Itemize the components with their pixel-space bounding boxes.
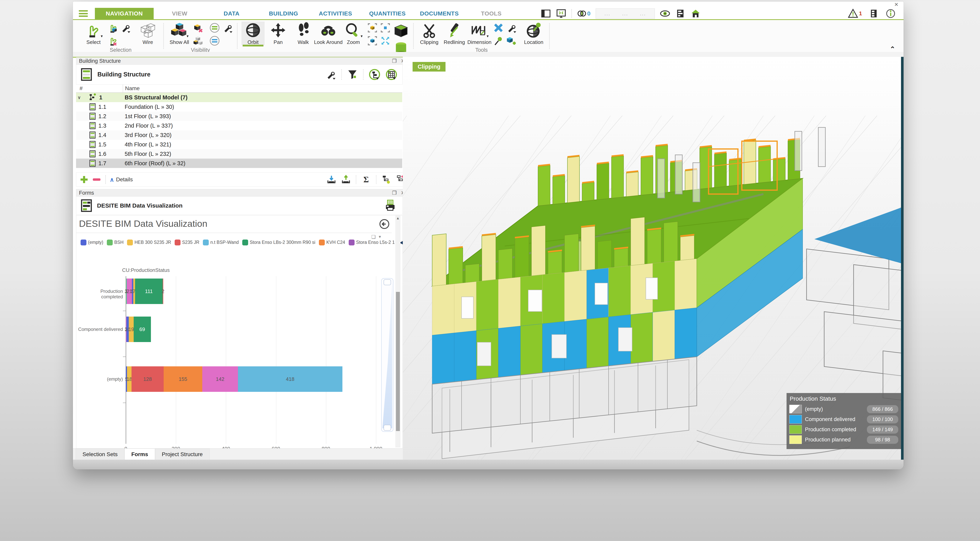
caret-down-icon[interactable]: ▾: [379, 234, 381, 240]
tool-select-button[interactable]: ▾ Select: [82, 22, 105, 45]
sum-icon[interactable]: Σ: [361, 175, 371, 184]
tool-show-all-button[interactable]: ▾ Show All: [168, 22, 191, 45]
bar-segment[interactable]: 128: [132, 366, 164, 392]
bar-segment[interactable]: 418: [238, 366, 342, 392]
link-rings-icon[interactable]: [577, 8, 587, 19]
filter-icon[interactable]: [347, 69, 358, 80]
bar-segment[interactable]: 69: [134, 317, 151, 342]
tool-clipping-button[interactable]: Clipping: [418, 22, 441, 45]
float-panel-icon[interactable]: ❐: [392, 58, 396, 64]
table-row[interactable]: 1.7 6th Floor (Roof) (L » 32): [76, 159, 402, 168]
focus-yellow-icon[interactable]: [367, 22, 378, 33]
window-close-button[interactable]: ✕: [894, 2, 899, 8]
tool-walk-button[interactable]: Walk: [292, 22, 315, 45]
export-icon[interactable]: [341, 175, 351, 184]
table-row[interactable]: 1.5 4th Floor (L » 321): [76, 140, 402, 149]
ribbon-collapse-chevron-icon[interactable]: ⌃: [890, 45, 896, 53]
tool-look-around-button[interactable]: Look Around: [317, 22, 340, 45]
back-button-icon[interactable]: [379, 218, 390, 229]
export-page-icon[interactable]: ❏: [371, 234, 376, 240]
log-list-icon[interactable]: [675, 8, 686, 19]
legend-item[interactable]: Stora Enso LBs-2 300mm R90 si: [242, 240, 315, 245]
bar-segment[interactable]: 155: [164, 366, 202, 392]
circle-blue-icon[interactable]: [209, 35, 220, 46]
scroll-up-arrow-icon[interactable]: ▲: [396, 216, 399, 220]
structure-settings-icon[interactable]: [325, 69, 336, 80]
monitor-fit-icon[interactable]: [556, 8, 566, 19]
tab-forms[interactable]: Forms: [124, 449, 155, 460]
expand-caret-icon[interactable]: ∨: [78, 95, 81, 100]
ribbon-tab-quantities[interactable]: QUANTITIES: [361, 8, 414, 19]
bar-segment[interactable]: 142: [202, 366, 238, 392]
table-row[interactable]: 1.2 1st Floor (L » 393): [76, 111, 402, 121]
wrench-caret-icon[interactable]: [120, 22, 131, 33]
details-label[interactable]: Details: [116, 177, 133, 183]
form-view-scrollbar[interactable]: ▲: [395, 215, 401, 447]
tool-pan-button[interactable]: Pan: [267, 22, 290, 45]
import-icon[interactable]: [327, 175, 336, 184]
tab-selection-sets[interactable]: Selection Sets: [76, 449, 124, 460]
circle-green-icon[interactable]: [209, 22, 220, 33]
ribbon-tab-documents[interactable]: DOCUMENTS: [414, 8, 465, 19]
add-node-icon[interactable]: [80, 175, 89, 184]
legend-item[interactable]: S235 JR: [175, 240, 199, 245]
forms-list-item[interactable]: DESITE BIM Data Visualization: [76, 196, 402, 215]
details-collapse-icon[interactable]: ∧: [110, 176, 114, 183]
print-form-icon[interactable]: [384, 199, 396, 212]
legend-item[interactable]: HEB 300 S235 JR: [127, 240, 171, 245]
ribbon-tab-building[interactable]: BUILDING: [258, 8, 310, 19]
tool-dimension-button[interactable]: ▾ Dimension: [468, 22, 491, 45]
ribbon-tab-activities[interactable]: ACTIVITIES: [310, 8, 361, 19]
hand-cube-icon[interactable]: [107, 22, 118, 33]
hamburger-menu-icon[interactable]: [79, 10, 88, 17]
chart-range-slider[interactable]: [381, 278, 393, 432]
legend-item[interactable]: KVH C24: [319, 240, 345, 245]
table-row[interactable]: 1.3 2nd Floor (L » 337): [76, 121, 402, 130]
legend-item[interactable]: BSH: [107, 240, 124, 245]
table-row[interactable]: ∨ 1 BS Structural Model (7): [76, 93, 402, 102]
wrench-caret-icon[interactable]: [222, 22, 233, 33]
legend-item[interactable]: (empty): [81, 240, 103, 245]
bar-segment[interactable]: 111: [135, 278, 163, 304]
tool-redlining-button[interactable]: Redlining: [443, 22, 466, 45]
cubes-gray-icon[interactable]: [193, 35, 204, 46]
cube-hide-icon[interactable]: [193, 22, 204, 33]
hand-x-icon[interactable]: [107, 35, 118, 46]
warning-icon[interactable]: [848, 8, 858, 19]
link-add-icon[interactable]: [382, 175, 391, 184]
ribbon-tab-view[interactable]: VIEW: [154, 8, 205, 19]
tool-wire-button[interactable]: Wire: [136, 22, 159, 45]
remove-node-icon[interactable]: [92, 175, 101, 184]
home-view-icon[interactable]: [690, 8, 701, 19]
message-stack-icon[interactable]: [869, 8, 879, 19]
bar-segment[interactable]: 18: [127, 366, 132, 392]
cube-view-sel-icon[interactable]: [393, 22, 409, 39]
model-3d-viewport[interactable]: Clipping Production Status (empty) 866 /…: [403, 57, 904, 460]
goto-structure-icon[interactable]: [369, 68, 380, 80]
x-blue-icon[interactable]: [493, 22, 504, 33]
visibility-eye-icon[interactable]: [660, 8, 670, 19]
cube-add-icon[interactable]: [506, 35, 517, 46]
ribbon-tab-data[interactable]: DATA: [205, 8, 258, 19]
tool-location-button[interactable]: Location: [522, 22, 545, 45]
bar-segment[interactable]: 2: [163, 278, 163, 304]
goto-table-icon[interactable]: [385, 68, 397, 80]
table-row[interactable]: 1.4 3rd Floor (L » 320): [76, 130, 402, 140]
pin-green-icon[interactable]: [493, 35, 504, 46]
tab-project-structure[interactable]: Project Structure: [155, 449, 210, 460]
bar-segment[interactable]: 7: [133, 278, 135, 304]
frame-blue-icon[interactable]: [380, 22, 391, 33]
coordinate-box[interactable]: .........: [596, 8, 655, 19]
float-panel-icon[interactable]: ❐: [392, 190, 396, 196]
arrows-in-icon[interactable]: [380, 35, 391, 46]
tool-orbit-button[interactable]: Orbit: [242, 22, 265, 45]
table-row[interactable]: 1.6 5th Floor (L » 232): [76, 149, 402, 159]
legend-item[interactable]: Stora Enso L5s-2 1: [349, 240, 395, 245]
table-row[interactable]: 1.1 Foundation (L » 30): [76, 102, 402, 111]
about-info-icon[interactable]: [886, 8, 896, 19]
panel-layout-icon[interactable]: [541, 8, 551, 19]
focus-blue-icon[interactable]: [367, 35, 378, 46]
wrench-caret-icon[interactable]: [506, 22, 517, 33]
scrollbar-thumb[interactable]: [396, 292, 400, 431]
tool-zoom-button[interactable]: ▾ Zoom: [342, 22, 365, 45]
